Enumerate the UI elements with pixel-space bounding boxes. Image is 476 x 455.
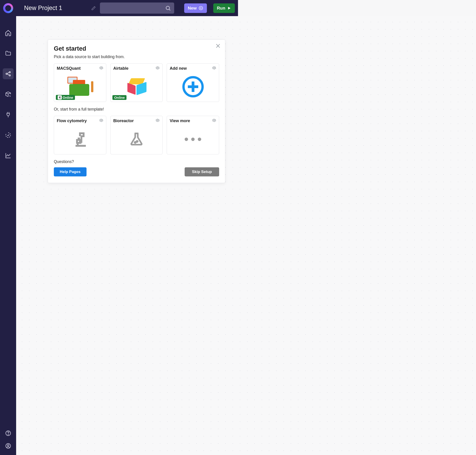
svg-point-7 — [9, 72, 10, 73]
gear-icon — [156, 118, 160, 122]
modal-subtitle: Pick a data source to start building fro… — [54, 55, 219, 59]
card-settings-button[interactable] — [156, 118, 160, 123]
template-card-row: Flow cytometry Bioreactor — [54, 116, 219, 154]
help-pages-button[interactable]: Help Pages — [54, 167, 87, 176]
folder-icon — [5, 50, 11, 57]
svg-point-24 — [137, 141, 138, 142]
pencil-icon — [91, 6, 96, 10]
close-modal-button[interactable] — [215, 43, 221, 50]
chart-line-icon — [5, 152, 11, 159]
svg-point-25 — [214, 120, 215, 121]
card-settings-button[interactable] — [99, 66, 103, 71]
status-badge: Online — [112, 95, 127, 100]
svg-marker-5 — [228, 7, 231, 9]
gear-icon — [212, 66, 216, 70]
datasource-card-airtable[interactable]: Airtable Online — [110, 63, 163, 102]
template-card-bioreactor[interactable]: Bioreactor — [110, 116, 163, 154]
sidebar-item-chart[interactable] — [3, 150, 14, 161]
get-started-modal: Get started Pick a data source to start … — [48, 40, 225, 183]
svg-line-9 — [7, 73, 9, 73]
plus-circle-icon — [198, 6, 203, 10]
sidebar-item-progress[interactable] — [3, 130, 14, 140]
svg-point-8 — [9, 75, 10, 76]
card-title: Airtable — [113, 66, 129, 71]
project-title: New Project 1 — [24, 5, 62, 12]
home-icon — [5, 30, 12, 36]
svg-point-17 — [101, 67, 102, 69]
svg-point-0 — [166, 6, 169, 9]
gear-icon — [212, 118, 216, 122]
plug-icon — [5, 112, 11, 118]
svg-line-10 — [7, 74, 9, 75]
svg-point-6 — [6, 73, 7, 74]
sidebar-item-plug[interactable] — [3, 109, 14, 120]
new-button[interactable]: New — [184, 3, 207, 13]
app-logo[interactable] — [3, 3, 13, 13]
card-settings-button[interactable] — [156, 66, 160, 71]
svg-point-20 — [101, 120, 102, 121]
modal-title: Get started — [54, 45, 219, 52]
skip-setup-button[interactable]: Skip Setup — [185, 167, 219, 176]
card-title: View more — [170, 119, 190, 123]
microscope-icon — [71, 130, 89, 148]
progress-check-icon — [5, 132, 11, 138]
svg-point-18 — [157, 67, 158, 69]
svg-point-23 — [135, 142, 136, 143]
box-cursor-icon — [5, 91, 11, 98]
left-sidebar — [0, 16, 16, 228]
card-settings-button[interactable] — [212, 66, 216, 71]
flask-icon — [129, 131, 144, 147]
svg-rect-21 — [77, 140, 80, 143]
run-button[interactable]: Run — [213, 3, 235, 13]
play-icon — [227, 6, 231, 10]
airtable-logo-icon — [126, 78, 148, 96]
search-input[interactable] — [100, 2, 174, 14]
questions-label: Questions? — [54, 159, 219, 164]
sidebar-item-graph[interactable] — [3, 68, 14, 79]
sidebar-item-box[interactable] — [3, 89, 14, 100]
add-plus-icon — [182, 76, 204, 98]
status-text: Online — [114, 96, 125, 99]
sidebar-item-folder[interactable] — [3, 48, 14, 59]
app-header: New Project 1 New Run — [0, 0, 238, 16]
status-badge: 4 Online — [56, 95, 75, 100]
gear-icon — [99, 66, 103, 70]
run-button-label: Run — [217, 6, 225, 11]
card-title: Bioreactor — [113, 119, 134, 123]
datasource-card-macsquant[interactable]: MACSQuant 4 Online — [54, 63, 106, 102]
more-dots-icon — [185, 138, 201, 141]
search-icon — [165, 5, 171, 11]
svg-point-22 — [157, 120, 158, 121]
datasource-card-row: MACSQuant 4 Online Airta — [54, 63, 219, 102]
status-count: 4 — [58, 95, 62, 99]
datasource-card-add-new[interactable]: Add new — [167, 63, 219, 102]
card-title: MACSQuant — [57, 66, 81, 71]
macsquant-illustration — [65, 75, 95, 98]
sidebar-item-home[interactable] — [3, 27, 14, 38]
close-icon — [215, 43, 221, 49]
svg-line-1 — [169, 9, 170, 10]
modal-footer: Help Pages Skip Setup — [54, 167, 219, 176]
share-graph-icon — [5, 71, 11, 77]
card-title: Flow cytometry — [57, 119, 87, 123]
edit-project-title-button[interactable] — [91, 6, 96, 10]
card-settings-button[interactable] — [99, 118, 103, 123]
template-card-flow-cytometry[interactable]: Flow cytometry — [54, 116, 106, 154]
svg-point-19 — [214, 67, 215, 69]
card-title: Add new — [170, 66, 187, 71]
gear-icon — [99, 118, 103, 122]
new-button-label: New — [188, 6, 197, 11]
template-card-view-more[interactable]: View more — [167, 116, 219, 154]
template-section-label: Or, start from a full template! — [54, 107, 219, 112]
card-settings-button[interactable] — [212, 118, 216, 123]
status-text: Online — [63, 96, 73, 99]
gear-icon — [156, 66, 160, 70]
canvas-area[interactable]: Get started Pick a data source to start … — [16, 16, 238, 228]
